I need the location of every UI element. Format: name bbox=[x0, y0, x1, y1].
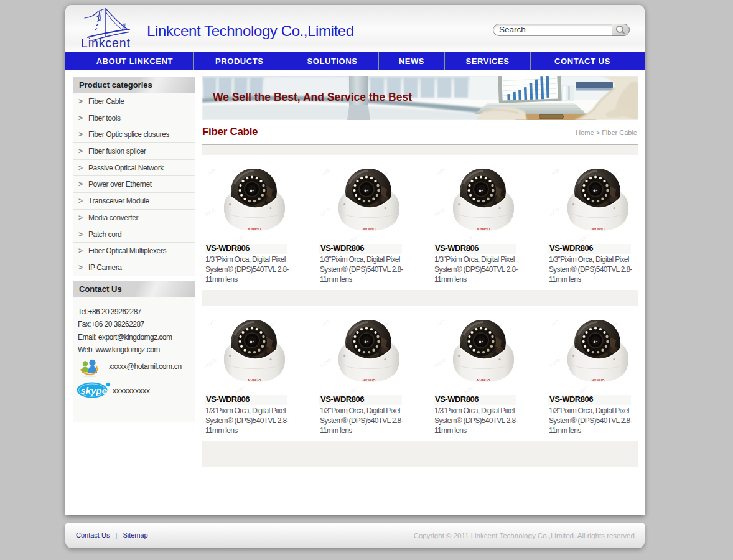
svg-text:OHMAN: OHMAN bbox=[592, 378, 605, 382]
svg-text:OHMAN: OHMAN bbox=[592, 227, 605, 231]
svg-text:OHMAN: OHMAN bbox=[363, 378, 376, 382]
svg-text:We Sell the Best, And Service: We Sell the Best, And Service the Best bbox=[213, 91, 412, 103]
svg-text:OHMAN: OHMAN bbox=[477, 227, 490, 231]
svg-text:OHMAN: OHMAN bbox=[477, 378, 490, 382]
svg-text:Linkcent: Linkcent bbox=[81, 36, 131, 50]
svg-text:OHMAN: OHMAN bbox=[248, 227, 261, 231]
svg-text:skype: skype bbox=[81, 385, 108, 396]
svg-text:OHMAN: OHMAN bbox=[363, 227, 376, 231]
svg-text:OHMAN: OHMAN bbox=[248, 378, 261, 382]
